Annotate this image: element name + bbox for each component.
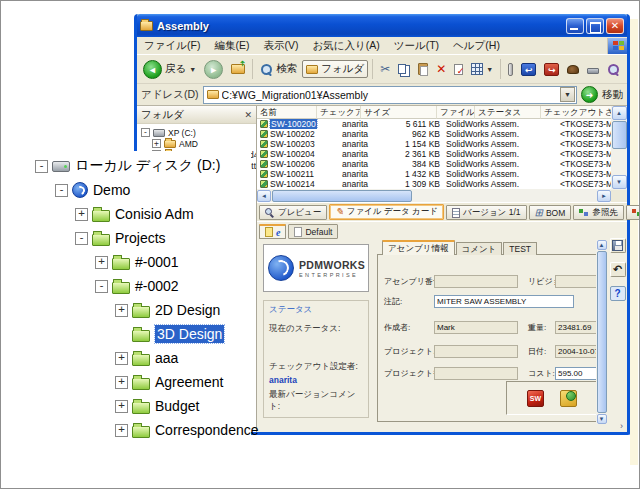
view-tab[interactable]: 参照先 [573,205,624,220]
vault-tree-item[interactable]: + Budget [7,394,251,418]
column-header[interactable]: サイズ [361,106,437,119]
vault-tree-item[interactable]: + #-0001 [7,250,251,274]
expander-icon[interactable]: - [141,128,150,137]
note-field[interactable]: MITER SAW ASSEMBLY [434,295,574,308]
paste-button[interactable] [415,62,431,76]
form-tab[interactable]: アセンブリ情報 [382,240,455,255]
expander-icon[interactable]: + [75,208,88,221]
vault-tree-item[interactable]: + Agreement [7,370,251,394]
expander-icon[interactable]: + [115,376,128,389]
form-tab[interactable]: コメント [456,242,503,255]
cut-button[interactable]: ✂ [377,62,393,77]
folder-tree-item[interactable]: - XP (C:) [137,127,256,138]
file-row[interactable]: SW-100206 anarita 384 KB SolidWorks Asse… [257,159,611,169]
validate-button[interactable] [451,63,466,76]
vault-tree-item[interactable]: + aaa [7,346,251,370]
view-tab[interactable]: 使用先 [626,205,640,220]
back-dropdown-icon[interactable]: ▼ [189,66,196,73]
title-bar[interactable]: Assembly [137,14,627,37]
card-scroll-right-icon[interactable]: › [620,421,623,431]
views-dropdown-icon[interactable]: ▼ [486,66,493,73]
folder-pane-close-icon[interactable]: ✕ [244,110,252,120]
view-tab[interactable]: ファイル データ カード [329,204,444,220]
save-button[interactable] [610,238,626,253]
search-button[interactable]: 検索 [257,61,300,77]
preview-toggle-button[interactable] [625,64,627,75]
vault-tree-item[interactable]: - ローカル ディスク (D:) [7,154,251,178]
menu-item[interactable]: ファイル(F) [137,37,207,54]
file-row[interactable]: SW-100211 anarita 1 432 KB SolidWorks As… [257,169,611,179]
checkout-user-link[interactable]: anarita [264,375,368,385]
cost-field[interactable]: 595.00 [555,367,601,380]
vault-tree-item[interactable]: - #-0002 [7,274,251,298]
file-row[interactable]: SW-100202 anarita 962 KB SolidWorks Asse… [257,129,611,139]
menu-item[interactable]: ヘルプ(H) [446,37,507,54]
database-search-button[interactable] [604,62,623,77]
vault-tree-item[interactable]: + Conisio Adm [7,202,251,226]
copy-button[interactable] [395,63,413,75]
folder-tree-item[interactable]: + AMD [137,138,256,149]
up-button[interactable] [228,63,248,75]
address-dropdown-button[interactable]: ▼ [560,87,575,102]
card-vertical-scrollbar[interactable]: ▲ ▼ [596,240,607,424]
scroll-down-icon[interactable]: ▼ [612,175,627,189]
tray-button[interactable] [584,63,602,75]
expander-icon[interactable]: + [95,256,108,269]
scroll-thumb[interactable] [597,251,607,413]
menu-item[interactable]: 表示(V) [256,37,305,54]
scroll-thumb[interactable] [272,190,412,202]
expander-icon[interactable]: + [152,139,161,148]
vault-tree-item[interactable]: - Demo [7,178,251,202]
expander-icon[interactable]: + [115,424,128,437]
back-button[interactable]: ◄ 戻る ▼ [140,59,199,80]
view-tab[interactable]: プレビュー [259,205,327,220]
folders-button[interactable]: フォルダ [302,60,368,78]
scroll-right-icon[interactable]: ► [597,190,611,202]
pen-button[interactable] [505,62,516,77]
scroll-down-icon[interactable]: ▼ [597,414,607,424]
pdmworks-app-icon[interactable] [560,390,577,407]
close-button[interactable] [606,18,624,34]
expander-icon[interactable]: - [35,160,48,173]
check-out-button[interactable]: ↪ [541,62,562,77]
expander-icon[interactable]: - [95,280,108,293]
scroll-up-icon[interactable]: ▲ [612,106,627,120]
address-input[interactable]: C:¥WG_Migration01¥Assembly ▼ [203,86,577,104]
vault-tree-item[interactable]: - Projects [7,226,251,250]
menu-item[interactable]: ツール(T) [387,37,446,54]
column-header[interactable]: チェックアウト設定者 [317,106,361,119]
form-tab[interactable]: TEST [503,242,537,255]
maximize-button[interactable] [586,18,604,34]
view-tab[interactable]: バージョン 1/1 [446,205,526,220]
card-subtab-active[interactable]: e [259,224,286,239]
expander-icon[interactable]: + [115,400,128,413]
delete-button[interactable]: ✕ [433,62,449,77]
column-header[interactable]: チェックアウトされ... [541,106,611,119]
vault-tree-item[interactable]: 3D Design [7,322,251,346]
views-button[interactable]: ▼ [468,62,496,76]
vault-tree-item[interactable]: + Correspondence [7,418,251,442]
file-list-vertical-scrollbar[interactable]: ▲ ▼ [611,106,627,189]
scroll-left-icon[interactable]: ◄ [257,190,271,202]
solidworks-icon[interactable]: SW [527,390,544,407]
expander-icon[interactable]: - [75,232,88,245]
expander-icon[interactable]: + [115,304,128,317]
expander-icon[interactable]: - [55,184,68,197]
go-icon[interactable]: ➜ [581,86,598,103]
card-subtab-default[interactable]: Default [288,224,338,239]
file-row[interactable]: SW-100200 anarita 5 611 KB SolidWorks As… [257,119,611,129]
column-header[interactable]: ステータス [475,106,541,119]
forward-button[interactable]: ► [201,59,226,80]
menu-item[interactable]: お気に入り(A) [305,37,386,54]
file-row[interactable]: SW-100214 anarita 1 309 KB SolidWorks As… [257,179,611,189]
minimize-button[interactable] [566,18,584,34]
vault-tree-item[interactable]: + 2D Design [7,298,251,322]
undo-button[interactable]: ↶ [610,262,626,277]
file-row[interactable]: SW-100203 anarita 1 154 KB SolidWorks As… [257,139,611,149]
check-in-button[interactable]: ↩ [518,62,539,77]
file-row[interactable]: SW-100204 anarita 2 361 KB SolidWorks As… [257,149,611,159]
file-list-horizontal-scrollbar[interactable]: ◄ ► [257,189,627,202]
column-header[interactable]: 名前 [257,106,317,119]
scroll-up-icon[interactable]: ▲ [597,240,607,250]
expander-icon[interactable]: + [115,352,128,365]
